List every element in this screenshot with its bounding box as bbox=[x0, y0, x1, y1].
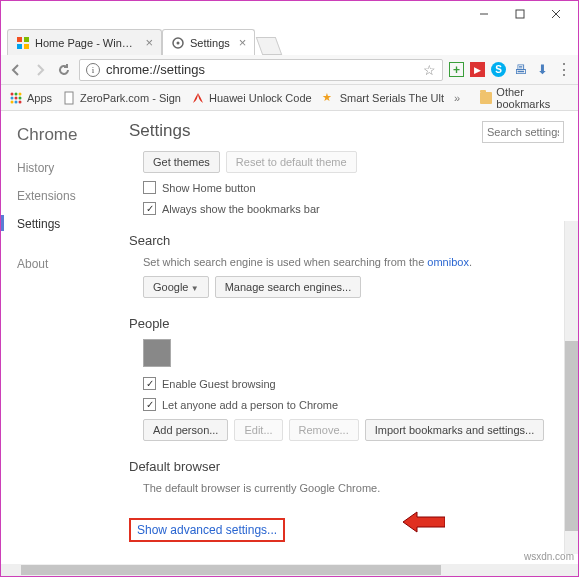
vertical-scrollbar[interactable] bbox=[564, 221, 578, 554]
page-icon bbox=[62, 91, 76, 105]
site-info-icon[interactable]: i bbox=[86, 63, 100, 77]
new-tab-button[interactable] bbox=[256, 37, 283, 55]
bookmark-label: Smart Serials The Ult bbox=[340, 92, 444, 104]
import-bookmarks-button[interactable]: Import bookmarks and settings... bbox=[365, 419, 545, 441]
svg-rect-1 bbox=[516, 10, 524, 18]
section-title: Search bbox=[129, 233, 564, 248]
close-tab-icon[interactable]: × bbox=[145, 35, 153, 50]
manage-engines-button[interactable]: Manage search engines... bbox=[215, 276, 362, 298]
svg-marker-20 bbox=[403, 512, 445, 532]
section-people: People Enable Guest browsing Let anyone … bbox=[129, 316, 564, 441]
section-title: Default browser bbox=[129, 459, 564, 474]
omnibox-link[interactable]: omnibox bbox=[427, 256, 469, 268]
bookmark-item[interactable]: ★ Smart Serials The Ult bbox=[322, 91, 444, 105]
close-button[interactable] bbox=[538, 2, 574, 26]
search-settings-input[interactable] bbox=[482, 121, 564, 143]
checkbox-icon[interactable] bbox=[143, 377, 156, 390]
ext-video-icon[interactable]: ▶ bbox=[470, 62, 485, 77]
svg-point-16 bbox=[11, 100, 14, 103]
scrollbar-thumb[interactable] bbox=[21, 565, 441, 575]
checkbox-label: Let anyone add a person to Chrome bbox=[162, 399, 338, 411]
avatar bbox=[143, 339, 171, 367]
window-titlebar bbox=[1, 1, 578, 27]
show-home-checkbox-row[interactable]: Show Home button bbox=[143, 181, 564, 194]
svg-point-13 bbox=[11, 96, 14, 99]
svg-rect-5 bbox=[24, 37, 29, 42]
section-appearance: Get themes Reset to default theme Show H… bbox=[129, 151, 564, 215]
nav-extensions[interactable]: Extensions bbox=[17, 189, 113, 203]
close-tab-icon[interactable]: × bbox=[239, 35, 247, 50]
toolbar: i ☆ + ▶ S 🖶 ⬇ ⋮ bbox=[1, 55, 578, 85]
reset-theme-button: Reset to default theme bbox=[226, 151, 357, 173]
add-person-button[interactable]: Add person... bbox=[143, 419, 228, 441]
settings-page: Chrome History Extensions Settings About… bbox=[1, 111, 578, 566]
horizontal-scrollbar[interactable] bbox=[1, 564, 578, 576]
folder-icon bbox=[480, 92, 492, 104]
ext-skype-icon[interactable]: S bbox=[491, 62, 506, 77]
reload-button[interactable] bbox=[55, 61, 73, 79]
windows-icon bbox=[16, 36, 30, 50]
show-bookmarks-checkbox-row[interactable]: Always show the bookmarks bar bbox=[143, 202, 564, 215]
nav-about[interactable]: About bbox=[17, 257, 113, 271]
checkbox-icon[interactable] bbox=[143, 398, 156, 411]
apps-icon bbox=[9, 91, 23, 105]
checkbox-label: Show Home button bbox=[162, 182, 256, 194]
svg-point-11 bbox=[15, 92, 18, 95]
back-button[interactable] bbox=[7, 61, 25, 79]
forward-button[interactable] bbox=[31, 61, 49, 79]
star-icon: ★ bbox=[322, 91, 336, 105]
main-menu-icon[interactable]: ⋮ bbox=[556, 60, 572, 79]
tab-label: Home Page - Windows T bbox=[35, 37, 136, 49]
huawei-icon bbox=[191, 91, 205, 105]
svg-rect-6 bbox=[17, 44, 22, 49]
tab-label: Settings bbox=[190, 37, 230, 49]
anyone-add-checkbox-row[interactable]: Let anyone add a person to Chrome bbox=[143, 398, 564, 411]
search-engine-dropdown[interactable]: Google bbox=[143, 276, 209, 298]
checkbox-label: Always show the bookmarks bar bbox=[162, 203, 320, 215]
svg-point-9 bbox=[177, 41, 180, 44]
tab-settings[interactable]: Settings × bbox=[162, 29, 255, 55]
url-input[interactable] bbox=[106, 62, 417, 77]
bookmark-item[interactable]: Huawei Unlock Code bbox=[191, 91, 312, 105]
bookmark-item[interactable]: ZeroPark.com - Sign bbox=[62, 91, 181, 105]
maximize-button[interactable] bbox=[502, 2, 538, 26]
section-search: Search Set which search engine is used w… bbox=[129, 233, 564, 298]
checkbox-icon[interactable] bbox=[143, 202, 156, 215]
scrollbar-thumb[interactable] bbox=[565, 341, 578, 531]
checkbox-label: Enable Guest browsing bbox=[162, 378, 276, 390]
show-advanced-link[interactable]: Show advanced settings... bbox=[129, 518, 285, 542]
apps-shortcut[interactable]: Apps bbox=[9, 91, 52, 105]
bookmark-star-icon[interactable]: ☆ bbox=[423, 62, 436, 78]
profile-row[interactable] bbox=[143, 339, 564, 367]
page-title: Settings bbox=[129, 121, 190, 141]
bookmark-label: Huawei Unlock Code bbox=[209, 92, 312, 104]
default-browser-desc: The default browser is currently Google … bbox=[143, 482, 564, 494]
gear-icon bbox=[171, 36, 185, 50]
nav-settings[interactable]: Settings bbox=[17, 217, 113, 231]
ext-plus-icon[interactable]: + bbox=[449, 62, 464, 77]
section-default-browser: Default browser The default browser is c… bbox=[129, 459, 564, 494]
svg-point-10 bbox=[11, 92, 14, 95]
checkbox-icon[interactable] bbox=[143, 181, 156, 194]
ext-printer-icon[interactable]: 🖶 bbox=[512, 62, 528, 78]
annotation-arrow-icon bbox=[403, 510, 445, 534]
get-themes-button[interactable]: Get themes bbox=[143, 151, 220, 173]
other-bookmarks-label: Other bookmarks bbox=[496, 86, 570, 110]
tab-homepage[interactable]: Home Page - Windows T × bbox=[7, 29, 162, 55]
other-bookmarks[interactable]: Other bookmarks bbox=[480, 86, 570, 110]
guest-browsing-checkbox-row[interactable]: Enable Guest browsing bbox=[143, 377, 564, 390]
bookmark-overflow[interactable]: » bbox=[454, 92, 460, 104]
edit-person-button: Edit... bbox=[234, 419, 282, 441]
address-bar[interactable]: i ☆ bbox=[79, 59, 443, 81]
svg-point-12 bbox=[19, 92, 22, 95]
section-title: People bbox=[129, 316, 564, 331]
svg-rect-7 bbox=[24, 44, 29, 49]
brand-label: Chrome bbox=[17, 125, 113, 145]
ext-download-icon[interactable]: ⬇ bbox=[534, 62, 550, 78]
nav-history[interactable]: History bbox=[17, 161, 113, 175]
svg-rect-19 bbox=[65, 92, 73, 104]
apps-label: Apps bbox=[27, 92, 52, 104]
minimize-button[interactable] bbox=[466, 2, 502, 26]
bookmarks-bar: Apps ZeroPark.com - Sign Huawei Unlock C… bbox=[1, 85, 578, 111]
settings-sidebar: Chrome History Extensions Settings About bbox=[1, 111, 113, 566]
